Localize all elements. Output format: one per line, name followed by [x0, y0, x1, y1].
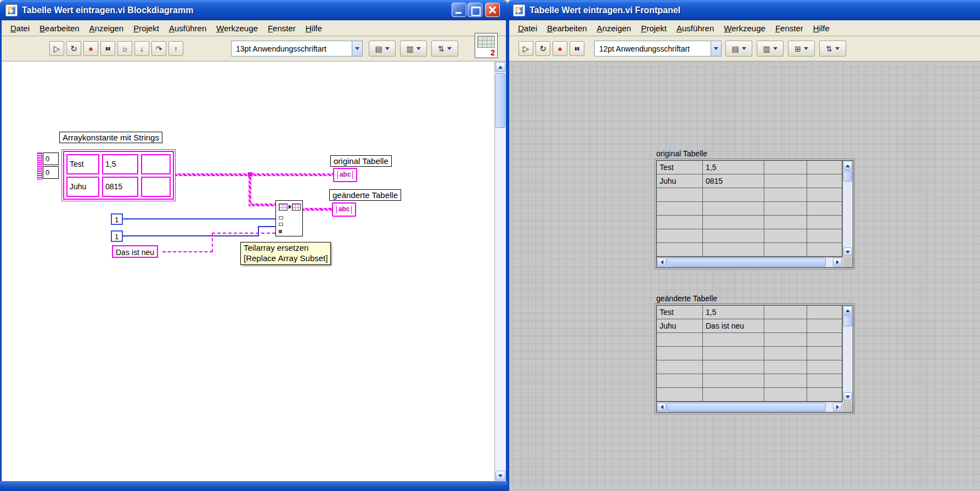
scrollbar-thumb[interactable] — [667, 403, 826, 411]
table-cell[interactable] — [807, 188, 842, 201]
menu-item-hilfe[interactable]: Hilfe — [301, 21, 327, 35]
font-selector[interactable]: 12pt Anwendungsschriftart — [594, 41, 722, 57]
titlebar[interactable]: Tabelle Wert eintragen.vi Frontpanel — [508, 0, 980, 20]
table2-label[interactable]: geänderte Tabelle — [656, 294, 717, 303]
table-cell[interactable] — [807, 174, 842, 188]
table-cell[interactable] — [703, 188, 764, 201]
reorder-objects-dropdown[interactable]: ⇅ — [431, 41, 458, 57]
table-cell[interactable] — [807, 319, 842, 332]
table-cell[interactable] — [764, 333, 807, 346]
menu-item-projekt[interactable]: Projekt — [128, 21, 164, 35]
menu-item-datei[interactable]: Datei — [513, 21, 542, 35]
font-selector-dropdown-button[interactable] — [352, 41, 362, 56]
table-cell[interactable] — [657, 216, 703, 229]
table-cell[interactable] — [807, 360, 842, 374]
menu-item-bearbeiten[interactable]: Bearbeiten — [35, 21, 85, 35]
table-vertical-scrollbar[interactable] — [842, 306, 853, 402]
titlebar[interactable]: Tabelle Wert eintragen.vi Blockdiagramm — [0, 0, 508, 20]
table-cell[interactable]: 1,5 — [102, 154, 138, 174]
table-cell[interactable]: Das ist neu — [703, 319, 764, 332]
menu-item-werkzeuge[interactable]: Werkzeuge — [719, 21, 770, 35]
table-cell[interactable] — [807, 347, 842, 360]
font-selector[interactable]: 13pt Anwendungsschriftart — [231, 41, 363, 57]
table-cell[interactable] — [764, 306, 807, 319]
string-indicator-icon-original[interactable]: abc — [333, 168, 357, 182]
scrollbar-thumb[interactable] — [843, 315, 852, 326]
menu-item-hilfe[interactable]: Hilfe — [808, 21, 835, 35]
array-index-display-row[interactable]: 0 — [43, 153, 59, 165]
align-objects-dropdown[interactable]: ▤ — [725, 41, 752, 57]
table-cell[interactable] — [703, 243, 764, 256]
table-cell[interactable] — [764, 188, 807, 201]
table-cell[interactable] — [764, 161, 807, 174]
table-cell[interactable] — [807, 161, 842, 174]
step-over-button[interactable]: ↷ — [151, 41, 166, 56]
scroll-up-button[interactable] — [843, 161, 852, 170]
table-cell[interactable] — [807, 374, 842, 387]
font-selector-dropdown-button[interactable] — [711, 41, 721, 56]
table-cell[interactable] — [657, 388, 703, 401]
resize-objects-dropdown[interactable]: ⊞ — [788, 41, 815, 57]
run-button[interactable]: ▷ — [49, 41, 64, 56]
table-cell[interactable] — [703, 388, 764, 401]
table-cell[interactable] — [657, 202, 703, 215]
table-cell[interactable] — [141, 177, 171, 197]
table-cell[interactable]: Test — [66, 154, 99, 174]
minimize-button[interactable] — [452, 3, 466, 17]
highlight-execution-button[interactable]: ☼ — [117, 41, 132, 56]
table-cell[interactable] — [764, 347, 807, 360]
string-indicator-icon-changed[interactable]: abc — [332, 202, 356, 217]
scroll-left-button[interactable] — [657, 403, 666, 411]
menu-item-ausfhren[interactable]: Ausführen — [164, 21, 211, 35]
table-horizontal-scrollbar[interactable] — [657, 257, 842, 267]
table-cell[interactable] — [764, 388, 807, 401]
abort-button[interactable]: ● — [83, 41, 98, 56]
table-cell[interactable] — [764, 360, 807, 374]
array-index-display-col[interactable]: 0 — [43, 166, 59, 179]
string-array-constant[interactable]: Test1,5Juhu0815 — [61, 149, 176, 201]
table-cell[interactable] — [703, 229, 764, 242]
table-cell[interactable] — [764, 243, 807, 256]
menu-item-projekt[interactable]: Projekt — [636, 21, 672, 35]
menu-item-ausfhren[interactable]: Ausführen — [672, 21, 719, 35]
table-cell[interactable] — [764, 216, 807, 229]
table-cell[interactable]: Test — [657, 161, 703, 174]
table-cell[interactable] — [703, 347, 764, 360]
table-cell[interactable] — [807, 202, 842, 215]
table-cell[interactable] — [807, 229, 842, 242]
run-continuous-button[interactable]: ↻ — [536, 41, 550, 56]
align-objects-dropdown[interactable]: ▤ — [369, 41, 396, 57]
scroll-down-button[interactable] — [843, 392, 852, 401]
table-cell[interactable] — [807, 388, 842, 401]
run-continuous-button[interactable]: ↻ — [66, 41, 81, 56]
scrollbar-thumb[interactable] — [667, 258, 826, 267]
run-button[interactable]: ▷ — [519, 41, 533, 56]
array-comment-label[interactable]: Arraykonstante mit Strings — [59, 132, 162, 143]
step-out-button[interactable]: ↑ — [168, 41, 183, 56]
pause-button[interactable]: ▮▮ — [570, 41, 584, 56]
menu-item-anzeigen[interactable]: Anzeigen — [85, 21, 129, 35]
scroll-up-button[interactable] — [495, 62, 505, 72]
table-cell[interactable] — [807, 243, 842, 256]
table-cell[interactable]: Juhu — [657, 319, 703, 332]
array-index-arrows[interactable] — [37, 153, 42, 180]
table-cell[interactable] — [807, 306, 842, 319]
distribute-objects-dropdown[interactable]: ▥ — [400, 41, 427, 57]
changed-table-label[interactable]: geänderte Tabelle — [329, 189, 401, 201]
table-cell[interactable] — [657, 374, 703, 387]
menu-item-datei[interactable]: Datei — [5, 21, 35, 35]
table-cell[interactable] — [764, 174, 807, 188]
reorder-objects-dropdown[interactable]: ⇅ — [819, 41, 846, 57]
scroll-right-button[interactable] — [833, 403, 842, 411]
string-constant[interactable]: Das ist neu — [112, 245, 158, 258]
step-into-button[interactable]: ↓ — [134, 41, 149, 56]
table-cell[interactable] — [703, 333, 764, 346]
table-cell[interactable] — [807, 216, 842, 229]
table-cell[interactable]: Juhu — [66, 177, 99, 197]
table-cell[interactable] — [703, 216, 764, 229]
table-cell[interactable] — [703, 374, 764, 387]
table-cell[interactable]: 0815 — [102, 177, 138, 197]
function-comment[interactable]: Teilarray ersetzen [Replace Array Subset… — [240, 242, 331, 265]
table-cell[interactable] — [764, 374, 807, 387]
table-cell[interactable]: 1,5 — [703, 306, 764, 319]
